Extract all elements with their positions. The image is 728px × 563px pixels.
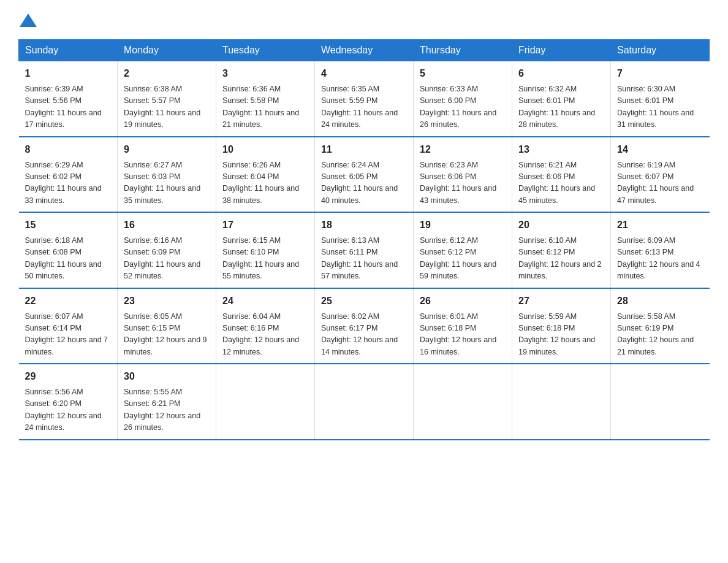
day-info: Sunrise: 6:30 AMSunset: 6:01 PMDaylight:… bbox=[617, 83, 703, 131]
calendar-cell bbox=[512, 364, 611, 440]
logo bbox=[18, 12, 37, 27]
day-number: 29 bbox=[25, 369, 112, 384]
day-info: Sunrise: 6:18 AMSunset: 6:08 PMDaylight:… bbox=[25, 235, 112, 283]
calendar-cell: 20Sunrise: 6:10 AMSunset: 6:12 PMDayligh… bbox=[512, 212, 611, 288]
calendar-week-row: 15Sunrise: 6:18 AMSunset: 6:08 PMDayligh… bbox=[19, 212, 710, 288]
day-info: Sunrise: 6:01 AMSunset: 6:18 PMDaylight:… bbox=[420, 311, 506, 359]
day-info: Sunrise: 6:32 AMSunset: 6:01 PMDaylight:… bbox=[518, 83, 604, 131]
calendar-cell: 3Sunrise: 6:36 AMSunset: 5:58 PMDaylight… bbox=[216, 61, 315, 137]
day-number: 22 bbox=[25, 294, 112, 308]
calendar-cell: 19Sunrise: 6:12 AMSunset: 6:12 PMDayligh… bbox=[414, 212, 512, 288]
logo-triangle-icon bbox=[20, 13, 37, 27]
day-number: 11 bbox=[321, 142, 407, 157]
day-info: Sunrise: 6:29 AMSunset: 6:02 PMDaylight:… bbox=[25, 159, 112, 207]
day-number: 3 bbox=[222, 66, 308, 81]
calendar-week-row: 1Sunrise: 6:39 AMSunset: 5:56 PMDaylight… bbox=[19, 61, 710, 137]
calendar-week-row: 29Sunrise: 5:56 AMSunset: 6:20 PMDayligh… bbox=[19, 364, 710, 440]
day-number: 8 bbox=[25, 142, 112, 157]
day-number: 23 bbox=[124, 294, 210, 308]
day-number: 20 bbox=[518, 218, 604, 232]
calendar-cell bbox=[414, 364, 512, 440]
calendar-cell: 23Sunrise: 6:05 AMSunset: 6:15 PMDayligh… bbox=[118, 288, 216, 364]
weekday-header-row: SundayMondayTuesdayWednesdayThursdayFrid… bbox=[19, 40, 710, 61]
day-info: Sunrise: 6:07 AMSunset: 6:14 PMDaylight:… bbox=[25, 311, 112, 359]
day-info: Sunrise: 6:16 AMSunset: 6:09 PMDaylight:… bbox=[124, 235, 210, 283]
calendar-cell: 22Sunrise: 6:07 AMSunset: 6:14 PMDayligh… bbox=[19, 288, 118, 364]
day-number: 17 bbox=[222, 218, 308, 232]
day-number: 25 bbox=[321, 294, 407, 308]
calendar-cell: 29Sunrise: 5:56 AMSunset: 6:20 PMDayligh… bbox=[19, 364, 118, 440]
day-number: 24 bbox=[222, 294, 308, 308]
day-number: 9 bbox=[124, 142, 210, 157]
page-header bbox=[18, 12, 710, 27]
calendar-week-row: 8Sunrise: 6:29 AMSunset: 6:02 PMDaylight… bbox=[19, 137, 710, 213]
day-number: 6 bbox=[518, 66, 604, 81]
day-info: Sunrise: 5:58 AMSunset: 6:19 PMDaylight:… bbox=[617, 311, 703, 359]
day-number: 12 bbox=[420, 142, 506, 157]
weekday-header-tuesday: Tuesday bbox=[216, 40, 315, 61]
svg-marker-0 bbox=[20, 13, 37, 27]
day-info: Sunrise: 6:36 AMSunset: 5:58 PMDaylight:… bbox=[222, 83, 308, 131]
calendar-header: SundayMondayTuesdayWednesdayThursdayFrid… bbox=[19, 40, 710, 61]
calendar-cell: 17Sunrise: 6:15 AMSunset: 6:10 PMDayligh… bbox=[216, 212, 315, 288]
day-number: 18 bbox=[321, 218, 407, 232]
calendar-cell: 2Sunrise: 6:38 AMSunset: 5:57 PMDaylight… bbox=[118, 61, 216, 137]
logo-text-block bbox=[18, 12, 37, 27]
weekday-header-monday: Monday bbox=[118, 40, 216, 61]
calendar-cell bbox=[216, 364, 315, 440]
day-info: Sunrise: 6:15 AMSunset: 6:10 PMDaylight:… bbox=[222, 235, 308, 283]
day-info: Sunrise: 6:35 AMSunset: 5:59 PMDaylight:… bbox=[321, 83, 407, 131]
day-info: Sunrise: 6:33 AMSunset: 6:00 PMDaylight:… bbox=[420, 83, 506, 131]
day-number: 4 bbox=[321, 66, 407, 81]
day-info: Sunrise: 6:38 AMSunset: 5:57 PMDaylight:… bbox=[124, 83, 210, 131]
calendar-cell: 4Sunrise: 6:35 AMSunset: 5:59 PMDaylight… bbox=[315, 61, 414, 137]
calendar-cell: 30Sunrise: 5:55 AMSunset: 6:21 PMDayligh… bbox=[118, 364, 216, 440]
day-number: 28 bbox=[617, 294, 703, 308]
day-info: Sunrise: 6:24 AMSunset: 6:05 PMDaylight:… bbox=[321, 159, 407, 207]
calendar-cell: 8Sunrise: 6:29 AMSunset: 6:02 PMDaylight… bbox=[19, 137, 118, 213]
day-info: Sunrise: 6:02 AMSunset: 6:17 PMDaylight:… bbox=[321, 311, 407, 359]
calendar-cell: 12Sunrise: 6:23 AMSunset: 6:06 PMDayligh… bbox=[414, 137, 512, 213]
day-info: Sunrise: 6:05 AMSunset: 6:15 PMDaylight:… bbox=[124, 311, 210, 359]
calendar-week-row: 22Sunrise: 6:07 AMSunset: 6:14 PMDayligh… bbox=[19, 288, 710, 364]
calendar-cell: 28Sunrise: 5:58 AMSunset: 6:19 PMDayligh… bbox=[611, 288, 710, 364]
day-info: Sunrise: 6:10 AMSunset: 6:12 PMDaylight:… bbox=[518, 235, 604, 283]
weekday-header-friday: Friday bbox=[512, 40, 611, 61]
day-number: 16 bbox=[124, 218, 210, 232]
calendar-cell: 14Sunrise: 6:19 AMSunset: 6:07 PMDayligh… bbox=[611, 137, 710, 213]
calendar-table: SundayMondayTuesdayWednesdayThursdayFrid… bbox=[18, 39, 710, 440]
calendar-cell: 7Sunrise: 6:30 AMSunset: 6:01 PMDaylight… bbox=[611, 61, 710, 137]
calendar-cell: 21Sunrise: 6:09 AMSunset: 6:13 PMDayligh… bbox=[611, 212, 710, 288]
calendar-body: 1Sunrise: 6:39 AMSunset: 5:56 PMDaylight… bbox=[19, 61, 710, 440]
day-number: 13 bbox=[518, 142, 604, 157]
calendar-cell: 18Sunrise: 6:13 AMSunset: 6:11 PMDayligh… bbox=[315, 212, 414, 288]
day-number: 26 bbox=[420, 294, 506, 308]
day-number: 15 bbox=[25, 218, 112, 232]
day-info: Sunrise: 5:55 AMSunset: 6:21 PMDaylight:… bbox=[124, 386, 210, 434]
day-number: 2 bbox=[124, 66, 210, 81]
calendar-cell: 25Sunrise: 6:02 AMSunset: 6:17 PMDayligh… bbox=[315, 288, 414, 364]
day-number: 5 bbox=[420, 66, 506, 81]
day-info: Sunrise: 6:27 AMSunset: 6:03 PMDaylight:… bbox=[124, 159, 210, 207]
weekday-header-wednesday: Wednesday bbox=[315, 40, 414, 61]
weekday-header-saturday: Saturday bbox=[611, 40, 710, 61]
day-number: 7 bbox=[617, 66, 703, 81]
calendar-cell bbox=[315, 364, 414, 440]
day-info: Sunrise: 5:59 AMSunset: 6:18 PMDaylight:… bbox=[518, 311, 604, 359]
weekday-header-thursday: Thursday bbox=[414, 40, 512, 61]
calendar-cell: 10Sunrise: 6:26 AMSunset: 6:04 PMDayligh… bbox=[216, 137, 315, 213]
calendar-cell: 13Sunrise: 6:21 AMSunset: 6:06 PMDayligh… bbox=[512, 137, 611, 213]
day-info: Sunrise: 6:12 AMSunset: 6:12 PMDaylight:… bbox=[420, 235, 506, 283]
day-number: 27 bbox=[518, 294, 604, 308]
day-info: Sunrise: 6:39 AMSunset: 5:56 PMDaylight:… bbox=[25, 83, 112, 131]
day-number: 19 bbox=[420, 218, 506, 232]
calendar-cell: 27Sunrise: 5:59 AMSunset: 6:18 PMDayligh… bbox=[512, 288, 611, 364]
day-number: 21 bbox=[617, 218, 703, 232]
day-info: Sunrise: 6:21 AMSunset: 6:06 PMDaylight:… bbox=[518, 159, 604, 207]
calendar-cell: 24Sunrise: 6:04 AMSunset: 6:16 PMDayligh… bbox=[216, 288, 315, 364]
day-info: Sunrise: 6:04 AMSunset: 6:16 PMDaylight:… bbox=[222, 311, 308, 359]
day-info: Sunrise: 6:09 AMSunset: 6:13 PMDaylight:… bbox=[617, 235, 703, 283]
day-info: Sunrise: 6:26 AMSunset: 6:04 PMDaylight:… bbox=[222, 159, 308, 207]
day-number: 10 bbox=[222, 142, 308, 157]
day-info: Sunrise: 5:56 AMSunset: 6:20 PMDaylight:… bbox=[25, 386, 112, 434]
